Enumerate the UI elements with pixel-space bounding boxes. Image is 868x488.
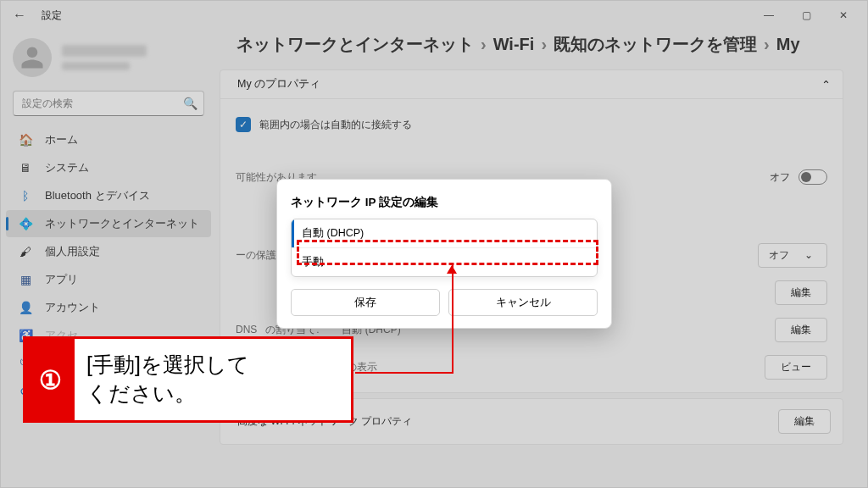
annotation-callout: ① [手動]を選択して ください。 — [23, 336, 353, 423]
annotation-arrow — [452, 265, 453, 374]
annotation-number-badge: ① — [25, 339, 75, 420]
annotation-arrow — [355, 372, 453, 374]
dialog-title: ネットワーク IP 設定の編集 — [291, 195, 598, 210]
annotation-highlight — [297, 240, 598, 265]
save-button[interactable]: 保存 — [291, 289, 440, 316]
annotation-text: [手動]を選択して ください。 — [75, 351, 249, 408]
cancel-button[interactable]: キャンセル — [448, 289, 598, 316]
annotation-arrow-head — [447, 265, 457, 274]
